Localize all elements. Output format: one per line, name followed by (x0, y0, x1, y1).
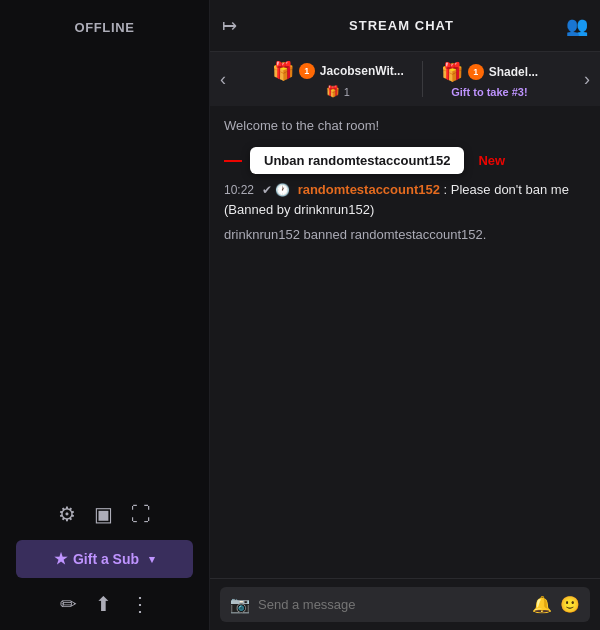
new-badge: New (478, 153, 505, 168)
gift-take-text: Gift to take #3! (451, 86, 527, 98)
gifts-inner: 🎁 1 JacobsenWit... 🎁 1 🎁 1 Shadel... (230, 60, 580, 98)
chat-header: ↦ STREAM CHAT 👥 (210, 0, 600, 52)
chat-input-box: 📷 🔔 🙂 (220, 587, 590, 622)
gift-box-icon-1: 🎁 (272, 60, 294, 82)
emoji-icon[interactable]: 🙂 (560, 595, 580, 614)
chat-username[interactable]: randomtestaccount152 (298, 182, 440, 197)
gifts-next-button[interactable]: › (580, 69, 594, 90)
message-input[interactable] (258, 597, 524, 612)
camera-icon: 📷 (230, 595, 250, 614)
gifts-bar: ‹ 🎁 1 JacobsenWit... 🎁 1 🎁 1 (210, 52, 600, 106)
edit-icon[interactable]: ✏ (60, 592, 77, 616)
gift-top-2: 🎁 1 Shadel... (441, 61, 538, 83)
chat-panel: ↦ STREAM CHAT 👥 ‹ 🎁 1 JacobsenWit... 🎁 1 (210, 0, 600, 630)
users-icon: 👥 (566, 15, 588, 37)
chat-body: Welcome to the chat room! Unban randomte… (210, 106, 600, 578)
welcome-message: Welcome to the chat room! (224, 118, 586, 133)
gift-sub-button[interactable]: ★ Gift a Sub ▾ (16, 540, 193, 578)
chat-header-title: STREAM CHAT (349, 18, 454, 33)
chevron-down-icon: ▾ (149, 553, 155, 566)
gift-divider (422, 61, 423, 97)
left-bottom-controls: ⚙ ▣ ⛶ ★ Gift a Sub ▾ ✏ ⬆ ⋮ (0, 502, 209, 616)
gift-sub-label: Gift a Sub (73, 551, 139, 567)
settings-icon[interactable]: ⚙ (58, 502, 76, 526)
bottom-action-row: ✏ ⬆ ⋮ (16, 592, 193, 616)
message-icons: ✔ 🕐 (262, 183, 290, 197)
star-icon: ★ (54, 550, 67, 568)
gift-badge-1: 1 (299, 63, 315, 79)
gift-icon-small-1: 🎁 (326, 85, 340, 98)
manage-users-button[interactable]: 👥 (566, 15, 588, 37)
chat-message-1: 10:22 ✔ 🕐 randomtestaccount152 : Please … (224, 180, 586, 219)
gift-sub-count-1: 1 (344, 86, 350, 98)
offline-label: OFFLINE (74, 20, 134, 35)
unban-tooltip[interactable]: Unban randomtestaccount152 (250, 147, 464, 174)
gift-take-info[interactable]: Gift to take #3! (451, 86, 527, 98)
system-message: drinknrun152 banned randomtestaccount152… (224, 227, 586, 242)
layout-icon[interactable]: ▣ (94, 502, 113, 526)
left-panel: OFFLINE ⚙ ▣ ⛶ ★ Gift a Sub ▾ ✏ ⬆ ⋮ (0, 0, 210, 630)
red-line (224, 160, 242, 162)
gift-username-2: Shadel... (489, 65, 538, 79)
gift-badge-2: 1 (468, 64, 484, 80)
fullscreen-icon[interactable]: ⛶ (131, 503, 151, 526)
gift-item-2: 🎁 1 Shadel... Gift to take #3! (441, 61, 538, 98)
gift-box-icon-2: 🎁 (441, 61, 463, 83)
collapse-icon: ↦ (222, 15, 237, 37)
chat-input-actions: 🔔 🙂 (532, 595, 580, 614)
chat-input-area: 📷 🔔 🙂 (210, 578, 600, 630)
collapse-chat-button[interactable]: ↦ (222, 15, 237, 37)
gift-username-1: JacobsenWit... (320, 64, 404, 78)
bell-icon[interactable]: 🔔 (532, 595, 552, 614)
unban-row: Unban randomtestaccount152 New (224, 147, 586, 174)
gifts-prev-button[interactable]: ‹ (216, 69, 230, 90)
gift-item-1: 🎁 1 JacobsenWit... 🎁 1 (272, 60, 404, 98)
gift-top-1: 🎁 1 JacobsenWit... (272, 60, 404, 82)
gift-sub-info-1: 🎁 1 (326, 85, 350, 98)
share-icon[interactable]: ⬆ (95, 592, 112, 616)
more-options-icon[interactable]: ⋮ (130, 592, 150, 616)
message-time: 10:22 (224, 183, 254, 197)
left-icons-row: ⚙ ▣ ⛶ (58, 502, 151, 526)
